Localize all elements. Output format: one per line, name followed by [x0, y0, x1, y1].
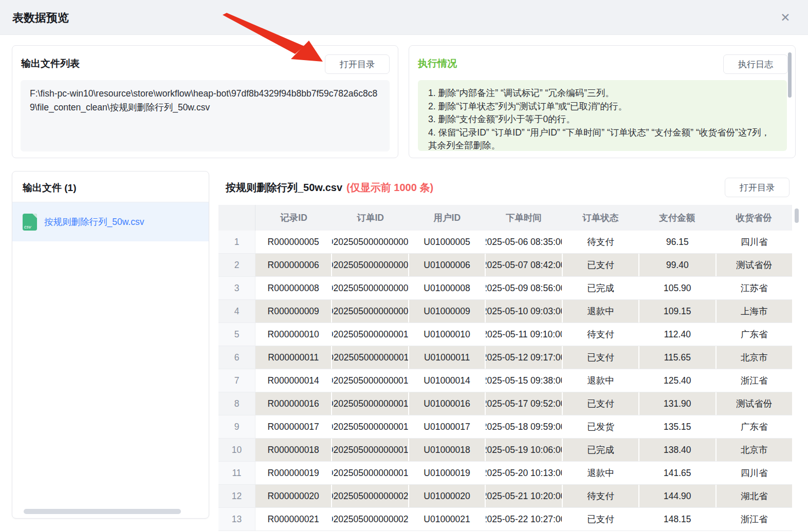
table-cell: R000000016 [255, 392, 332, 415]
table-cell: R000000014 [255, 369, 332, 392]
table-cell: 109.15 [639, 300, 716, 322]
table-cell: 115.65 [639, 346, 716, 369]
table-cell: U01000018 [409, 439, 486, 461]
table-cell: 2025-05-10 09:03:00 [486, 300, 562, 322]
column-header: 记录ID [255, 205, 332, 231]
table-cell: D2025050000000006 [332, 254, 409, 276]
row-number-header [218, 205, 255, 231]
table-cell: R000000019 [255, 462, 332, 484]
row-number-cell: 11 [218, 462, 255, 484]
table-cell: 2025-05-11 09:10:00 [486, 323, 562, 346]
row-number-cell: 7 [218, 369, 255, 392]
table-cell: U01000016 [409, 392, 486, 415]
table-cell: 浙江省 [717, 508, 792, 530]
table-cell: R000000005 [255, 231, 332, 253]
table-cell: D2025050000000019 [332, 462, 409, 484]
table-cell: U01000019 [409, 462, 486, 484]
table-cell: 2025-05-06 08:35:00 [486, 231, 562, 253]
table-cell: R000000010 [255, 323, 332, 346]
table-cell: U01000014 [409, 369, 486, 392]
open-directory-button-table[interactable]: 打开目录 [725, 178, 789, 197]
row-number-cell: 5 [218, 323, 255, 346]
row-number-cell: 1 [218, 231, 255, 253]
table-cell: 2025-05-17 09:52:00 [486, 392, 562, 415]
table-cell: D2025050000000018 [332, 439, 409, 461]
close-icon[interactable]: ✕ [777, 9, 794, 26]
file-list-item[interactable]: csv按规则删除行列_50w.csv [12, 202, 209, 241]
row-limit-note: (仅显示前 1000 条) [346, 182, 433, 193]
execution-step: 2. 删除“订单状态”列为“测试订单”或“已取消”的行。 [428, 100, 772, 113]
output-path-panel-title: 输出文件列表 [21, 57, 80, 70]
execution-box-scrollbar[interactable] [788, 52, 792, 98]
table-file-name: 按规则删除行列_50w.csv [226, 182, 342, 193]
table-vertical-scrollbar[interactable] [795, 208, 799, 223]
table-cell: R000000011 [255, 346, 332, 369]
output-file-list: csv按规则删除行列_50w.csv [12, 202, 209, 241]
table-cell: 105.90 [639, 277, 716, 299]
table-cell: D2025050000000008 [332, 277, 409, 299]
table-row: 5R000000010D2025050000000010U01000010202… [218, 323, 792, 346]
table-cell: 144.90 [639, 485, 716, 507]
table-row: 2R000000006D2025050000000006U01000006202… [218, 254, 792, 277]
files-horizontal-scrollbar[interactable] [24, 509, 181, 514]
table-cell: R000000021 [255, 508, 332, 530]
table-cell: R000000006 [255, 254, 332, 276]
table-cell: U01000009 [409, 300, 486, 322]
table-cell: 四川省 [717, 231, 792, 253]
table-cell: 2025-05-15 09:38:00 [486, 369, 562, 392]
table-cell: 已支付 [563, 346, 639, 369]
open-directory-button-top[interactable]: 打开目录 [325, 54, 390, 74]
table-cell: 四川省 [717, 462, 792, 484]
output-files-panel: 输出文件 (1) csv按规则删除行列_50w.csv [12, 171, 209, 519]
table-cell: 退款中 [563, 369, 639, 392]
table-cell: U01000020 [409, 485, 486, 507]
file-name-label: 按规则删除行列_50w.csv [44, 216, 144, 228]
table-row: 8R000000016D2025050000000016U01000016202… [218, 392, 792, 415]
table-cell: U01000021 [409, 508, 486, 530]
dialog-title: 表数据预览 [12, 10, 69, 26]
table-cell: R000000020 [255, 485, 332, 507]
row-number-cell: 6 [218, 346, 255, 369]
table-cell: 2025-05-09 08:56:00 [486, 277, 562, 299]
table-cell: 待支付 [563, 485, 639, 507]
table-cell: 131.90 [639, 392, 716, 415]
table-cell: 北京市 [717, 439, 792, 461]
execution-steps-list: 1. 删除“内部备注” “调试标记” “冗余编码”三列。2. 删除“订单状态”列… [428, 87, 772, 151]
table-cell: R000000008 [255, 277, 332, 299]
table-cell: 2025-05-12 09:17:00 [486, 346, 562, 369]
row-number-cell: 13 [218, 508, 255, 530]
output-files-header: 输出文件 (1) [12, 172, 209, 202]
table-cell: 2025-05-18 09:59:00 [486, 415, 562, 438]
table-cell: 112.40 [639, 323, 716, 346]
execution-step: 4. 保留“记录ID” “订单ID” “用户ID” “下单时间” “订单状态” … [428, 126, 772, 151]
table-cell: 广东省 [717, 415, 792, 438]
execution-steps-box: 1. 删除“内部备注” “调试标记” “冗余编码”三列。2. 删除“订单状态”列… [418, 80, 787, 151]
table-cell: D2025050000000009 [332, 300, 409, 322]
execution-log-button[interactable]: 执行日志 [723, 54, 788, 74]
table-cell: 测试省份 [717, 392, 792, 415]
table-cell: R000000018 [255, 439, 332, 461]
table-cell: U01000005 [409, 231, 486, 253]
row-number-cell: 2 [218, 254, 255, 276]
table-row: 12R000000020D2025050000000020U0100002020… [218, 485, 792, 508]
csv-file-icon: csv [23, 214, 37, 231]
table-cell: U01000017 [409, 415, 486, 438]
table-cell: U01000008 [409, 277, 486, 299]
table-cell: 2025-05-21 10:20:00 [486, 485, 562, 507]
column-header: 支付金额 [639, 205, 715, 231]
table-cell: 141.65 [639, 462, 716, 484]
table-cell: 2025-05-19 10:06:00 [486, 439, 562, 461]
table-row: 11R000000019D2025050000000019U0100001920… [218, 462, 792, 485]
dialog-header: 表数据预览 ✕ [0, 0, 808, 35]
table-cell: 上海市 [717, 300, 792, 322]
table-cell: 125.40 [639, 369, 716, 392]
execution-step: 1. 删除“内部备注” “调试标记” “冗余编码”三列。 [428, 87, 772, 100]
table-row: 13R000000021D2025050000000021U0100002120… [218, 508, 792, 531]
table-cell: D2025050000000020 [332, 485, 409, 507]
table-row: 3R000000008D2025050000000008U01000008202… [218, 277, 792, 300]
row-number-cell: 12 [218, 485, 255, 507]
table-cell: 江苏省 [717, 277, 792, 299]
table-cell: R000000009 [255, 300, 332, 322]
table-cell: 138.40 [639, 439, 716, 461]
table-cell: 北京市 [717, 346, 792, 369]
